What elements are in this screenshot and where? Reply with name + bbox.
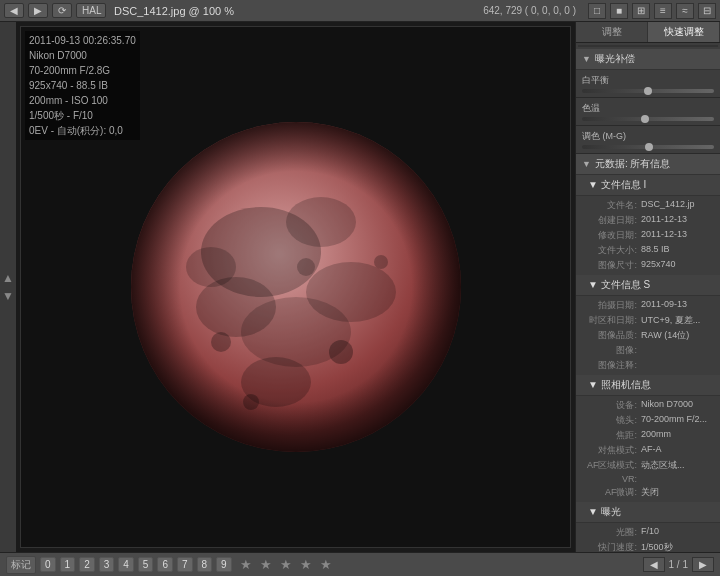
star-2[interactable]: ★ (260, 557, 272, 572)
num-8[interactable]: 8 (197, 557, 213, 572)
moon-image (121, 112, 471, 462)
left-arrow-down[interactable]: ▼ (2, 289, 14, 303)
meta-dimensions: 图像尺寸: 925x740 (576, 258, 720, 273)
metadata-title: 元数据: 所有信息 (595, 157, 671, 171)
hal-button[interactable]: HAL (76, 3, 106, 18)
file-info2-section: 拍摄日期: 2011-09-13 时区和日期: UTC+9, 夏差... 图像品… (576, 296, 720, 375)
tab-adjust[interactable]: 调整 (576, 22, 648, 42)
info-line2: Nikon D7000 (29, 48, 136, 63)
metadata-section-header[interactable]: ▼ 元数据: 所有信息 (576, 154, 720, 175)
coords-display: 642, 729 ( 0, 0, 0, 0 ) (483, 5, 576, 16)
color-temp-track[interactable] (582, 117, 714, 121)
forward-button[interactable]: ▶ (28, 3, 48, 18)
num-4[interactable]: 4 (118, 557, 134, 572)
num-6[interactable]: 6 (157, 557, 173, 572)
num-7[interactable]: 7 (177, 557, 193, 572)
main-area: ▲ ▼ 2011-09-13 00:26:35.70 Nikon D7000 7… (0, 22, 720, 552)
meta-lens: 镜头: 70-200mm F/2... (576, 413, 720, 428)
color-temp-label: 色温 (582, 102, 714, 115)
toolbar: ◀ ▶ ⟳ HAL DSC_1412.jpg @ 100 % 642, 729 … (0, 0, 720, 22)
star-3[interactable]: ★ (280, 557, 292, 572)
page-info: 1 / 1 (669, 559, 688, 570)
color-temp-row: 色温 (576, 98, 720, 126)
meta-create-date: 创建日期: 2011-12-13 (576, 213, 720, 228)
exposure-section: 光圈: F/10 快门速度: 1/500秒 曝光模式: 手动 曝光补偿: 0EV… (576, 523, 720, 552)
num-9[interactable]: 9 (216, 557, 232, 572)
num-2[interactable]: 2 (79, 557, 95, 572)
meta-filesize: 文件大小: 88.5 IB (576, 243, 720, 258)
white-balance-track[interactable] (582, 89, 714, 93)
icon-btn-2[interactable]: ■ (610, 3, 628, 19)
bottom-bar: 标记 0 1 2 3 4 5 6 7 8 9 ★ ★ ★ ★ ★ ◀ 1 / 1… (0, 552, 720, 576)
image-overlay: 2011-09-13 00:26:35.70 Nikon D7000 70-20… (25, 31, 140, 140)
file-info-header[interactable]: ▼ 文件信息 I (576, 175, 720, 196)
white-balance-label: 白平衡 (582, 74, 714, 87)
file-info-section: 文件名: DSC_1412.jp 创建日期: 2011-12-13 修改日期: … (576, 196, 720, 275)
num-0[interactable]: 0 (40, 557, 56, 572)
num-5[interactable]: 5 (138, 557, 154, 572)
meta-focal: 焦距: 200mm (576, 428, 720, 443)
num-1[interactable]: 1 (60, 557, 76, 572)
left-panel: ▲ ▼ (0, 22, 16, 552)
icon-btn-3[interactable]: ⊞ (632, 3, 650, 19)
meta-comment: 图像注释: (576, 358, 720, 373)
meta-shutter: 快门速度: 1/500秒 (576, 540, 720, 552)
exposure-info-title: ▼ 曝光 (588, 505, 621, 519)
meta-filename: 文件名: DSC_1412.jp (576, 198, 720, 213)
exposure-title: 曝光补偿 (595, 52, 635, 66)
left-arrow-up[interactable]: ▲ (2, 271, 14, 285)
meta-vr: VR: (576, 473, 720, 485)
file-info-title: ▼ 文件信息 I (588, 178, 646, 192)
info-line5: 200mm - ISO 100 (29, 93, 136, 108)
star-1[interactable]: ★ (240, 557, 252, 572)
right-panel-tabs: 调整 快速调整 (576, 22, 720, 43)
center-panel: 2011-09-13 00:26:35.70 Nikon D7000 70-20… (16, 22, 575, 552)
exposure-info-header[interactable]: ▼ 曝光 (576, 502, 720, 523)
histogram (578, 45, 718, 47)
info-line4: 925x740 - 88.5 IB (29, 78, 136, 93)
back-button[interactable]: ◀ (4, 3, 24, 18)
info-line7: 0EV - 自动(积分): 0,0 (29, 123, 136, 138)
tint-row: 调色 (M-G) (576, 126, 720, 154)
tab-quick-adjust[interactable]: 快速调整 (648, 22, 720, 42)
info-line1: 2011-09-13 00:26:35.70 (29, 33, 136, 48)
meta-modify-date: 修改日期: 2011-12-13 (576, 228, 720, 243)
meta-image: 图像: (576, 343, 720, 358)
icon-btn-4[interactable]: ≡ (654, 3, 672, 19)
info-line6: 1/500秒 - F/10 (29, 108, 136, 123)
exposure-section-header[interactable]: ▼ 曝光补偿 (576, 49, 720, 70)
exposure-arrow: ▼ (582, 54, 591, 64)
file-info2-header[interactable]: ▼ 文件信息 S (576, 275, 720, 296)
nav-prev-button[interactable]: ◀ (643, 557, 665, 572)
tag-label[interactable]: 标记 (6, 556, 36, 574)
right-panel: 调整 快速调整 (575, 22, 720, 552)
star-5[interactable]: ★ (320, 557, 332, 572)
camera-info-title: ▼ 照相机信息 (588, 378, 651, 392)
camera-section: 设备: Nikon D7000 镜头: 70-200mm F/2... 焦距: … (576, 396, 720, 502)
refresh-button[interactable]: ⟳ (52, 3, 72, 18)
tint-label: 调色 (M-G) (582, 130, 714, 143)
num-3[interactable]: 3 (99, 557, 115, 572)
icon-btn-6[interactable]: ⊟ (698, 3, 716, 19)
meta-af-fine: AF微调: 关闭 (576, 485, 720, 500)
icon-btn-1[interactable]: □ (588, 3, 606, 19)
star-4[interactable]: ★ (300, 557, 312, 572)
image-canvas[interactable]: 2011-09-13 00:26:35.70 Nikon D7000 70-20… (20, 26, 571, 548)
nav-controls: ◀ 1 / 1 ▶ (643, 557, 714, 572)
info-line3: 70-200mm F/2.8G (29, 63, 136, 78)
metadata-arrow: ▼ (582, 159, 591, 169)
nav-next-button[interactable]: ▶ (692, 557, 714, 572)
meta-af-zone: AF区域模式: 动态区域... (576, 458, 720, 473)
file-info2-title: ▼ 文件信息 S (588, 278, 650, 292)
meta-quality: 图像品质: RAW (14位) (576, 328, 720, 343)
svg-point-14 (131, 122, 461, 452)
camera-info-header[interactable]: ▼ 照相机信息 (576, 375, 720, 396)
image-title: DSC_1412.jpg @ 100 % (114, 5, 234, 17)
meta-aperture: 光圈: F/10 (576, 525, 720, 540)
meta-shoot-date: 拍摄日期: 2011-09-13 (576, 298, 720, 313)
meta-focus-mode: 对焦模式: AF-A (576, 443, 720, 458)
white-balance-row: 白平衡 (576, 70, 720, 98)
meta-camera: 设备: Nikon D7000 (576, 398, 720, 413)
icon-btn-5[interactable]: ≈ (676, 3, 694, 19)
tint-track[interactable] (582, 145, 714, 149)
